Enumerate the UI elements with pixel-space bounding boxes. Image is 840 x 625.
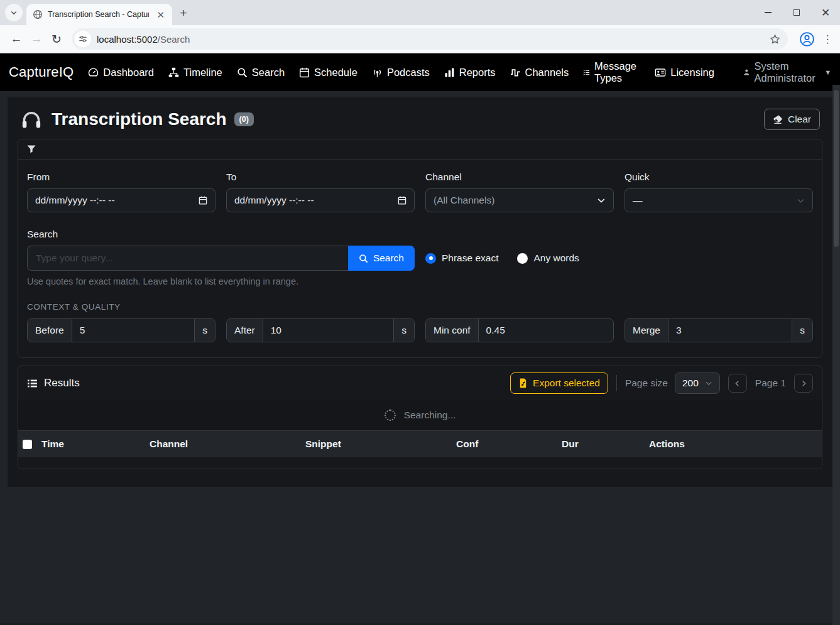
- radio-unchecked-icon[interactable]: [517, 253, 528, 264]
- new-tab-button[interactable]: +: [175, 4, 192, 22]
- search-icon: [359, 254, 368, 263]
- before-input[interactable]: 5: [72, 319, 195, 342]
- results-header: Results Export selected Page size: [18, 366, 822, 400]
- nav-label: Message Types: [594, 60, 640, 84]
- results-table-body: [18, 457, 822, 469]
- context-quality-row: Before 5 s After 10 s Min conf 0.45: [27, 318, 813, 342]
- nav-item-timeline[interactable]: Timeline: [168, 67, 222, 79]
- profile-avatar[interactable]: [799, 31, 815, 47]
- merge-input[interactable]: 3: [668, 319, 792, 342]
- select-all-checkbox[interactable]: [23, 440, 32, 449]
- channel-label: Channel: [425, 171, 614, 183]
- search-button-label: Search: [373, 253, 404, 264]
- caret-down-icon: ▼: [824, 68, 831, 76]
- page-header: Transcription Search (0) Clear: [8, 97, 832, 139]
- min-conf-input[interactable]: 0.45: [479, 319, 613, 342]
- nav-item-message-types[interactable]: Message Types: [583, 60, 640, 84]
- column-header-channel[interactable]: Channel: [150, 438, 305, 450]
- from-datetime-input[interactable]: dd/mm/yyyy --:-- --: [27, 188, 215, 212]
- scrollbar-thumb[interactable]: [834, 90, 839, 247]
- phrase-exact-radio[interactable]: Phrase exact: [425, 253, 498, 264]
- merge-input-group: Merge 3 s: [625, 318, 813, 342]
- radio-checked-icon[interactable]: [425, 253, 436, 264]
- chevron-down-icon: [705, 379, 712, 387]
- site-settings-chip[interactable]: [75, 31, 91, 47]
- bookmark-star-icon[interactable]: [770, 34, 780, 45]
- channel-field-group: Channel (All Channels): [425, 171, 614, 212]
- filter-card-header: [18, 139, 822, 160]
- from-label: From: [27, 171, 215, 183]
- context-quality-heading: CONTEXT & QUALITY: [27, 302, 813, 312]
- main-panel: Transcription Search (0) Clear: [8, 97, 832, 487]
- chevron-down-icon: [597, 196, 606, 205]
- user-menu[interactable]: System Administrator ▼: [743, 60, 831, 84]
- address-bar[interactable]: localhost:5002/Search: [72, 28, 788, 50]
- minimize-button[interactable]: [753, 0, 782, 25]
- search-label: Search: [27, 229, 813, 240]
- results-card: Results Export selected Page size: [18, 366, 822, 469]
- page-size-select[interactable]: 200: [675, 372, 720, 394]
- after-input[interactable]: 10: [263, 319, 394, 342]
- column-header-dur[interactable]: Dur: [562, 438, 649, 450]
- column-header-actions[interactable]: Actions: [649, 438, 822, 450]
- column-header-snippet[interactable]: Snippet: [305, 438, 456, 450]
- nav-item-reports[interactable]: Reports: [444, 67, 496, 79]
- list-icon: [27, 378, 38, 389]
- any-words-radio[interactable]: Any words: [517, 253, 579, 264]
- after-suffix: s: [393, 319, 414, 342]
- clear-button[interactable]: Clear: [764, 109, 820, 130]
- filter-card-body: From dd/mm/yyyy --:-- --: [18, 160, 822, 357]
- to-label: To: [226, 171, 415, 183]
- nav-item-channels[interactable]: Channels: [510, 67, 569, 79]
- search-button[interactable]: Search: [348, 246, 415, 271]
- nav-item-search[interactable]: Search: [237, 67, 285, 79]
- page-scrollbar[interactable]: [832, 85, 840, 625]
- calendar-icon[interactable]: [398, 196, 406, 205]
- search-input[interactable]: [27, 246, 348, 271]
- nav-item-podcasts[interactable]: Podcasts: [372, 67, 430, 79]
- next-page-button[interactable]: [794, 374, 813, 393]
- nav-item-dashboard[interactable]: Dashboard: [88, 67, 154, 79]
- prev-page-button[interactable]: [728, 374, 747, 393]
- maximize-button[interactable]: [782, 0, 811, 25]
- brand-logo[interactable]: CaptureIQ: [9, 64, 74, 80]
- search-mode-radios: Phrase exact Any words: [425, 253, 813, 264]
- to-datetime-input[interactable]: dd/mm/yyyy --:-- --: [226, 188, 415, 212]
- before-suffix: s: [194, 319, 215, 342]
- merge-suffix: s: [792, 319, 812, 342]
- channel-select[interactable]: (All Channels): [425, 188, 614, 212]
- nav-label: Timeline: [183, 67, 222, 79]
- calendar-icon[interactable]: [199, 196, 207, 205]
- page-title: Transcription Search: [52, 109, 227, 129]
- back-button[interactable]: ←: [6, 32, 26, 46]
- nav-label: Schedule: [314, 67, 357, 79]
- min-conf-label: Min conf: [426, 319, 479, 342]
- quick-field-group: Quick —: [625, 171, 813, 212]
- results-title: Results: [27, 377, 80, 389]
- results-heading: Results: [44, 377, 80, 389]
- url-host: localhost:5002: [97, 34, 158, 45]
- browser-tab[interactable]: Transcription Search - CaptureIQ ✕: [26, 4, 172, 25]
- column-header-conf[interactable]: Conf: [456, 438, 562, 450]
- maximize-icon: [794, 9, 800, 16]
- forward-button[interactable]: →: [26, 32, 46, 46]
- page-size-label: Page size: [625, 378, 668, 389]
- pulse-wave-icon: [510, 67, 521, 78]
- chevron-left-icon: [734, 380, 741, 387]
- close-window-button[interactable]: ✕: [811, 0, 840, 25]
- tab-close-icon[interactable]: ✕: [154, 9, 167, 21]
- reload-button[interactable]: ↻: [46, 32, 67, 46]
- search-help-text: Use quotes for exact match. Leave blank …: [27, 276, 813, 286]
- nav-item-licensing[interactable]: Licensing: [655, 67, 714, 79]
- nav-label: Reports: [459, 67, 496, 79]
- nav-item-schedule[interactable]: Schedule: [299, 67, 357, 79]
- column-header-time[interactable]: Time: [41, 438, 150, 450]
- export-selected-button[interactable]: Export selected: [510, 372, 608, 394]
- quick-select[interactable]: —: [625, 188, 813, 212]
- person-icon: [743, 67, 750, 77]
- browser-menu-button[interactable]: ⋮: [821, 33, 834, 46]
- broadcast-icon: [372, 67, 383, 78]
- speedometer-icon: [88, 67, 99, 78]
- result-count-badge: (0): [234, 112, 254, 126]
- tab-search-button[interactable]: [5, 4, 23, 21]
